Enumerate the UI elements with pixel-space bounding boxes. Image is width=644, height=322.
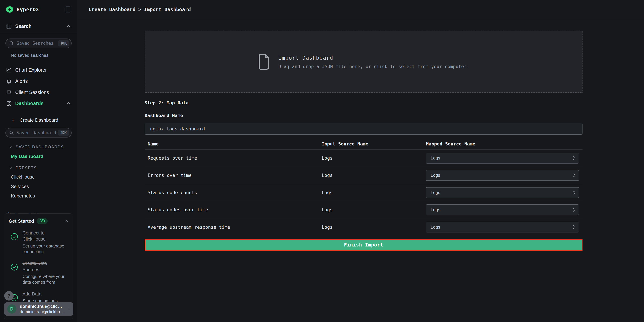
get-started-item-title: Add Data bbox=[22, 291, 65, 297]
dashboard-name-label: Dashboard Name bbox=[144, 113, 582, 118]
column-header-mapped-source: Mapped Source Name bbox=[426, 141, 582, 146]
journal-search-icon bbox=[6, 24, 12, 29]
mapped-source-select[interactable]: Logs bbox=[426, 187, 579, 198]
mapped-source-select[interactable]: Logs bbox=[426, 153, 579, 164]
get-started-item-sources[interactable]: Create Data Sources Configure where your… bbox=[8, 260, 68, 285]
saved-searches-input[interactable]: Saved Searches ⌘K bbox=[6, 38, 72, 48]
sidebar-item-my-dashboard[interactable]: My Dashboard bbox=[11, 154, 77, 159]
check-circle-icon bbox=[11, 264, 18, 271]
laptop-icon bbox=[6, 89, 12, 95]
dashboard-layout-icon bbox=[6, 100, 12, 106]
get-started-header[interactable]: Get Started 3/3 bbox=[8, 218, 68, 224]
column-header-name: Name bbox=[144, 141, 322, 146]
user-menu[interactable]: D dominic.tran@clic… dominic.tran@clickh… bbox=[4, 302, 73, 316]
table-row: Requests over time Logs Logs bbox=[144, 150, 582, 167]
divider bbox=[0, 111, 77, 111]
create-dashboard-label: Create Dashboard bbox=[20, 118, 58, 123]
mapped-source-select[interactable]: Logs bbox=[426, 170, 579, 181]
breadcrumb-create-dashboard[interactable]: Create Dashboard bbox=[89, 7, 136, 12]
main-area: Create Dashboard>Import Dashboard Import… bbox=[77, 0, 644, 322]
search-section-header[interactable]: Search bbox=[0, 19, 77, 34]
selected-option: Logs bbox=[431, 156, 440, 161]
mapping-table: Name Input Source Name Mapped Source Nam… bbox=[144, 138, 582, 236]
sidebar-item-label: Client Sessions bbox=[15, 90, 49, 95]
sidebar-item-label: Chart Explorer bbox=[15, 67, 47, 73]
get-started-item-connect[interactable]: Connect to ClickHouse Set up your databa… bbox=[8, 230, 68, 254]
help-button[interactable]: ? bbox=[4, 291, 14, 300]
sidebar: HyperDX Search Saved Searches ⌘K No save… bbox=[0, 0, 77, 322]
import-dropzone[interactable]: Import Dashboard Drag and drop a JSON fi… bbox=[144, 31, 582, 93]
get-started-item-title: Connect to ClickHouse bbox=[22, 230, 65, 242]
sidebar-nav: Chart Explorer Alerts Client Sessions bbox=[0, 64, 77, 111]
row-input-source: Logs bbox=[322, 207, 426, 212]
select-updown-icon bbox=[572, 224, 575, 230]
table-row: Average upstream response time Logs Logs bbox=[144, 218, 582, 236]
user-email: dominic.tran@clickho… bbox=[20, 309, 64, 314]
mapped-source-select[interactable]: Logs bbox=[426, 204, 579, 215]
sidebar-item-dashboards[interactable]: Dashboards bbox=[0, 98, 77, 109]
sidebar-item-alerts[interactable]: Alerts bbox=[0, 76, 77, 87]
row-name: Errors over time bbox=[144, 173, 322, 178]
select-updown-icon bbox=[572, 207, 575, 212]
sidebar-item-chart-explorer[interactable]: Chart Explorer bbox=[0, 64, 77, 76]
get-started-title: Get Started bbox=[8, 218, 34, 224]
chevron-up-icon[interactable] bbox=[66, 25, 71, 28]
select-updown-icon bbox=[572, 190, 575, 195]
dashboard-name-input[interactable]: nginx logs dashboard bbox=[144, 123, 582, 135]
create-dashboard-button[interactable]: + Create Dashboard bbox=[0, 115, 77, 125]
user-name: dominic.tran@clic… bbox=[20, 304, 64, 309]
saved-searches-placeholder: Saved Searches bbox=[16, 41, 58, 46]
chevron-up-icon[interactable] bbox=[64, 220, 68, 222]
row-input-source: Logs bbox=[322, 156, 426, 161]
saved-dashboards-placeholder: Saved Dashboards bbox=[16, 130, 58, 135]
selected-option: Logs bbox=[431, 207, 440, 212]
table-row: Status codes over time Logs Logs bbox=[144, 201, 582, 218]
chevron-down-icon bbox=[9, 145, 13, 149]
content: Import Dashboard Drag and drop a JSON fi… bbox=[77, 19, 644, 251]
logo-row: HyperDX bbox=[0, 0, 77, 19]
shortcut-badge: ⌘K bbox=[58, 40, 69, 46]
table-row: Errors over time Logs Logs bbox=[144, 167, 582, 184]
dashboard-name-value: nginx logs dashboard bbox=[150, 126, 205, 132]
sidebar-item-kubernetes[interactable]: Kubernetes bbox=[11, 193, 77, 199]
table-row: Status code counts Logs Logs bbox=[144, 184, 582, 201]
sidebar-item-client-sessions[interactable]: Client Sessions bbox=[0, 87, 77, 98]
search-icon bbox=[9, 41, 14, 46]
row-input-source: Logs bbox=[322, 224, 426, 230]
selected-option: Logs bbox=[431, 190, 440, 195]
table-header-row: Name Input Source Name Mapped Source Nam… bbox=[144, 138, 582, 150]
breadcrumb-bar: Create Dashboard>Import Dashboard bbox=[77, 0, 644, 19]
dropzone-title: Import Dashboard bbox=[278, 54, 470, 61]
bell-icon bbox=[6, 78, 12, 84]
chevron-down-icon bbox=[9, 166, 13, 170]
breadcrumb: Create Dashboard>Import Dashboard bbox=[89, 7, 191, 12]
row-name: Status codes over time bbox=[144, 207, 322, 212]
get-started-progress-badge: 3/3 bbox=[37, 218, 48, 224]
get-started-item-desc: Set up your database connection bbox=[22, 243, 66, 255]
plus-icon: + bbox=[10, 117, 16, 124]
presets-group-header[interactable]: PRESETS bbox=[9, 166, 77, 170]
file-icon bbox=[258, 54, 270, 70]
chevron-up-icon[interactable] bbox=[66, 102, 71, 105]
no-saved-searches-text: No saved searches bbox=[11, 53, 77, 58]
group-label: SAVED DASHBOARDS bbox=[16, 144, 64, 149]
saved-dashboards-group-header[interactable]: SAVED DASHBOARDS bbox=[9, 144, 77, 149]
saved-dashboards-input[interactable]: Saved Dashboards ⌘K bbox=[6, 128, 72, 138]
check-circle-icon bbox=[11, 233, 18, 240]
search-icon bbox=[9, 130, 14, 135]
finish-import-button[interactable]: Finish Import bbox=[144, 239, 582, 251]
row-name: Status code counts bbox=[144, 190, 322, 195]
sidebar-item-label: Alerts bbox=[15, 78, 28, 84]
row-input-source: Logs bbox=[322, 190, 426, 195]
column-header-input-source: Input Source Name bbox=[322, 141, 426, 146]
mapped-source-select[interactable]: Logs bbox=[426, 222, 579, 232]
sidebar-collapse-icon[interactable] bbox=[64, 6, 71, 12]
sidebar-item-clickhouse[interactable]: ClickHouse bbox=[11, 174, 77, 180]
hyperdx-logo-icon bbox=[6, 6, 14, 13]
chart-line-icon bbox=[6, 67, 12, 73]
select-updown-icon bbox=[572, 173, 575, 178]
app-title: HyperDX bbox=[16, 6, 39, 12]
get-started-item-desc: Configure where your data comes from bbox=[22, 274, 66, 285]
sidebar-item-services[interactable]: Services bbox=[11, 184, 77, 189]
step-label: Step 2: Map Data bbox=[144, 100, 582, 106]
